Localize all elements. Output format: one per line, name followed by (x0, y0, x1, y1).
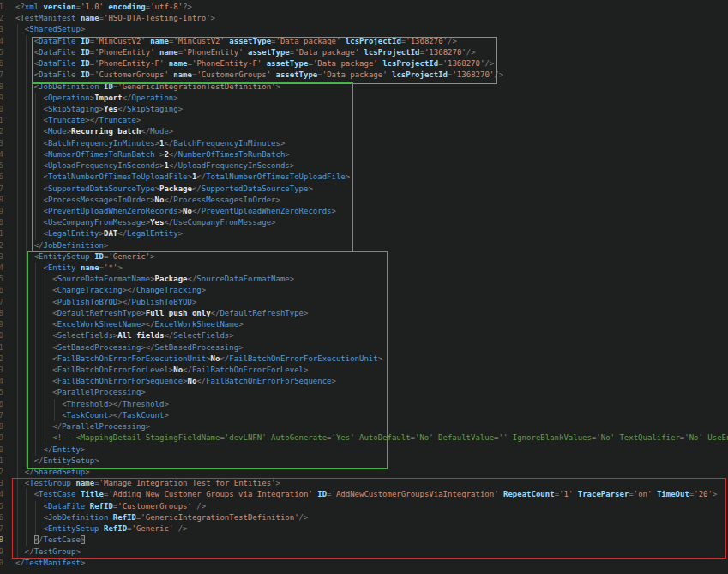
line-number: 31 (0, 342, 3, 353)
code-text: <ProcessMessagesInOrder>No</ProcessMessa… (15, 196, 280, 204)
code-line[interactable]: 43 <TestGroup name='Manage Integration T… (0, 478, 728, 489)
code-line[interactable]: 2<TestManifest name='HSO-DTA-Testing-Int… (0, 13, 728, 24)
code-line[interactable]: 34 <FailBatchOnErrorForSequence>No</Fail… (0, 376, 728, 387)
code-line[interactable]: 5 <DataFile ID='PhoneEntity' name='Phone… (0, 47, 728, 58)
code-line[interactable]: 33 <FailBatchOnErrorForLevel>No</FailBat… (0, 365, 728, 376)
code-text: <FailBatchOnErrorForSequence>No</FailBat… (15, 377, 336, 385)
line-number: 46 (0, 512, 3, 523)
xml-editor[interactable]: 1<?xml version='1.0' encoding='utf-8'?>2… (0, 0, 728, 574)
code-line[interactable]: 30 <SelectFields>All fields</SelectField… (0, 330, 728, 341)
code-text: <EntitySetup RefID='Generic' /> (15, 524, 188, 533)
code-line[interactable]: 29 <ExcelWorkSheetName></ExcelWorkSheetN… (0, 319, 728, 330)
line-number: 40 (0, 444, 3, 456)
code-line[interactable]: 13 <BatchFrequencyInMinutes>1</BatchFreq… (0, 138, 728, 149)
code-text: </TestCase> (15, 535, 85, 544)
code-line[interactable]: 24 <Entity name='*'> (0, 263, 728, 274)
code-line[interactable]: 44 <TestCase Title='Adding New Customer … (0, 489, 728, 500)
line-number: 5 (0, 47, 3, 58)
code-line[interactable]: 28 <DefaultRefreshType>Full push only</D… (0, 308, 728, 319)
code-text: <TotalNumberOfTimesToUploadFile>1</Total… (15, 172, 350, 181)
code-line[interactable]: 23 <EntitySetup ID='Generic'> (0, 251, 728, 263)
code-text: <!-- <MappingDetail StagingFieldName='de… (15, 433, 728, 442)
code-line[interactable]: 20 <UseCompanyFromMessage>Yes</UseCompan… (0, 217, 728, 228)
code-line[interactable]: 45 <DataFile RefID='CustomerGroups' /> (0, 501, 728, 512)
code-line[interactable]: 22 </JobDefinition> (0, 240, 728, 251)
code-line[interactable]: 31 <SetBasedProcessing></SetBasedProcess… (0, 342, 728, 353)
line-number: 21 (0, 228, 3, 239)
line-number: 25 (0, 274, 3, 285)
code-line[interactable]: 37 <TaskCount></TaskCount> (0, 410, 728, 421)
code-text: <FailBatchOnErrorForLevel>No</FailBatchO… (15, 366, 308, 374)
line-number: 26 (0, 285, 3, 296)
code-line[interactable]: 6 <DataFile ID='PhoneEntity-F' name='Pho… (0, 58, 728, 69)
code-line[interactable]: 15 <UploadFrequencyInSeconds>1</UploadFr… (0, 160, 728, 172)
code-line[interactable]: 18 <ProcessMessagesInOrder>No</ProcessMe… (0, 195, 728, 206)
code-text: </ParallelProcessing> (15, 422, 150, 431)
code-line[interactable]: 17 <SupportedDataSourceType>Package</Sup… (0, 184, 728, 195)
line-number: 11 (0, 115, 3, 126)
line-number: 48 (0, 535, 3, 546)
code-line[interactable]: 36 <Threshold></Threshold> (0, 399, 728, 410)
code-text: <TestManifest name='HSO-DTA-Testing-Intr… (15, 14, 215, 22)
code-text: <JobDefinition RefID='GenericIntegration… (15, 513, 308, 522)
line-number: 47 (0, 523, 3, 535)
line-number: 20 (0, 217, 3, 228)
code-line[interactable]: 8 <JobDefinition ID='GenericIntegrationT… (0, 82, 728, 93)
code-line[interactable]: 50</TestManifest> (0, 558, 728, 569)
code-text: </TestManifest> (15, 559, 85, 567)
line-number: 37 (0, 410, 3, 421)
code-text: <SharedSetup> (15, 25, 85, 33)
code-line[interactable]: 10 <SkipStaging>Yes</SkipStaging> (0, 104, 728, 115)
code-line[interactable]: 42 </SharedSetup> (0, 467, 728, 478)
line-number: 4 (0, 36, 3, 47)
code-text: <Mode>Recurring batch</Mode> (15, 127, 173, 136)
line-number: 28 (0, 308, 3, 319)
code-line[interactable]: 26 <ChangeTracking></ChangeTracking> (0, 285, 728, 296)
line-number: 30 (0, 330, 3, 341)
code-text: <SelectFields>All fields</SelectFields> (15, 331, 234, 340)
code-text: <UploadFrequencyInSeconds>1</UploadFrequ… (15, 161, 294, 170)
code-line[interactable]: 14 <NumberOfTimesToRunBatch >2</NumberOf… (0, 149, 728, 160)
code-text: <SourceDataFormatName>Package</SourceDat… (15, 275, 294, 283)
code-line[interactable]: 32 <FailBatchOnErrorForExecutionUnit>No<… (0, 353, 728, 365)
code-line[interactable]: 48 </TestCase> (0, 535, 728, 546)
code-line[interactable]: 12 <Mode>Recurring batch</Mode> (0, 126, 728, 137)
code-text: <ChangeTracking></ChangeTracking> (15, 286, 206, 294)
code-line[interactable]: 1<?xml version='1.0' encoding='utf-8'?> (0, 2, 728, 13)
line-number: 38 (0, 421, 3, 432)
line-number: 23 (0, 251, 3, 263)
code-line[interactable]: 19 <PreventUploadWhenZeroRecords>No</Pre… (0, 206, 728, 217)
code-line[interactable]: 35 <ParallelProcessing> (0, 387, 728, 398)
code-line[interactable]: 21 <LegalEntity>DAT</LegalEntity> (0, 228, 728, 239)
code-text: <SkipStaging>Yes</SkipStaging> (15, 105, 183, 113)
line-number: 29 (0, 319, 3, 330)
code-line[interactable]: 27 <PublishToBYOD></PublishToBYOD> (0, 297, 728, 308)
code-text: <Truncate></Truncate> (15, 116, 141, 124)
code-text: <BatchFrequencyInMinutes>1</BatchFrequen… (15, 139, 285, 148)
code-line[interactable]: 11 <Truncate></Truncate> (0, 115, 728, 126)
code-line[interactable]: 49 </TestGroup> (0, 547, 728, 558)
line-number: 36 (0, 399, 3, 410)
code-text: <DataFile ID='PhoneEntity' name='PhoneEn… (15, 48, 476, 57)
code-area[interactable]: 1<?xml version='1.0' encoding='utf-8'?>2… (0, 0, 728, 574)
line-number: 50 (0, 558, 3, 569)
code-line[interactable]: 3 <SharedSetup> (0, 24, 728, 35)
code-text: <ParallelProcessing> (15, 388, 146, 396)
code-line[interactable]: 16 <TotalNumberOfTimesToUploadFile>1</To… (0, 172, 728, 183)
code-line[interactable]: 39 <!-- <MappingDetail StagingFieldName=… (0, 432, 728, 444)
code-line[interactable]: 47 <EntitySetup RefID='Generic' /> (0, 523, 728, 535)
code-line[interactable]: 9 <Operation>Import</Operation> (0, 93, 728, 104)
code-line[interactable]: 41 </EntitySetup> (0, 456, 728, 467)
code-text: <DataFile ID='PhoneEntity-F' name='Phone… (15, 59, 494, 68)
code-text: <TaskCount></TaskCount> (15, 411, 169, 420)
code-text: <ExcelWorkSheetName></ExcelWorkSheetName… (15, 320, 244, 329)
line-number: 35 (0, 387, 3, 398)
code-text: </Entity> (15, 445, 85, 454)
code-text: <TestCase Title='Adding New Customer Gro… (15, 490, 717, 498)
code-line[interactable]: 4 <DataFile ID='MinCustV2' name='MinCust… (0, 36, 728, 47)
code-line[interactable]: 40 </Entity> (0, 444, 728, 456)
code-line[interactable]: 7 <DataFile ID='CustomerGroups' name='Cu… (0, 69, 728, 81)
code-line[interactable]: 25 <SourceDataFormatName>Package</Source… (0, 274, 728, 285)
code-line[interactable]: 46 <JobDefinition RefID='GenericIntegrat… (0, 512, 728, 523)
code-line[interactable]: 38 </ParallelProcessing> (0, 421, 728, 432)
